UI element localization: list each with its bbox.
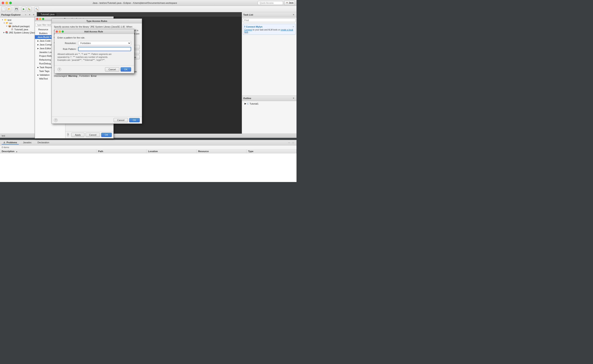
tab-label: Declaration: [38, 141, 49, 144]
debug-btn[interactable]: 🐛: [27, 7, 32, 11]
ta-footer-btns: Cancel OK: [114, 118, 140, 122]
props-min-btn[interactable]: [39, 18, 41, 20]
bottom-panel: ⚠ Problems Javadoc Declaration — □ 0 ite…: [0, 140, 297, 182]
nav-label: Resource: [38, 28, 48, 31]
tab-javadoc[interactable]: Javadoc: [21, 141, 33, 144]
resolution-select[interactable]: Forbidden Discouraged Accessible: [78, 41, 131, 45]
save-btn[interactable]: 💾: [14, 7, 19, 11]
col-location: Location: [146, 150, 196, 153]
cancel-btn[interactable]: Cancel: [86, 133, 100, 137]
item-count: 0 items: [2, 146, 9, 149]
new-btn[interactable]: 📄: [1, 7, 6, 11]
bottom-panel-header: ⚠ Problems Javadoc Declaration — □: [0, 140, 297, 145]
resolution-label: Resolution:: [58, 42, 76, 44]
add-rule-max[interactable]: [62, 31, 64, 32]
add-rule-body: Enter a pattern for the rule. Resolution…: [54, 34, 134, 65]
col-resource: Resource: [196, 150, 247, 153]
separator: , Forbidden:: [78, 75, 91, 77]
problems-table-header: Description ▲ Path Location Resource Typ…: [0, 150, 297, 153]
minimize-panel-btn[interactable]: —: [287, 141, 291, 144]
wildcards-desc: Allowed wildcards are '*', '?' and '**'.…: [58, 53, 131, 62]
add-rule-subtitle: Enter a pattern for the rule.: [58, 36, 131, 39]
maximize-panel-btn[interactable]: □: [292, 141, 295, 144]
pattern-row: Rule Pattern:: [58, 47, 131, 51]
window-title: Java - test/src/Tutorial1.java - Eclipse…: [12, 2, 258, 4]
java-perspective-btn[interactable]: ☕ Java: [284, 1, 295, 5]
add-rule-close[interactable]: [56, 31, 58, 32]
toolbar-sep-2: [20, 7, 20, 11]
build-btn[interactable]: 🔨: [34, 7, 39, 11]
nav-arrow: ▶: [38, 48, 39, 49]
toolbar-sep-3: [33, 7, 33, 11]
bottom-panel-controls: — □: [287, 141, 295, 144]
apply-btn[interactable]: Apply: [71, 133, 84, 137]
help-btn[interactable]: ?: [67, 133, 69, 136]
nav-arrow: ▶: [38, 44, 39, 46]
discouraged-value: Warning: [68, 75, 78, 77]
run-btn[interactable]: ▶: [21, 7, 26, 11]
col-type: Type: [246, 150, 297, 153]
nav-label: Validation: [39, 74, 50, 76]
nav-label: Java Editor: [39, 47, 51, 50]
ta-cancel-btn[interactable]: Cancel: [114, 118, 128, 122]
add-rule-dialog: Add Access Rule Enter a pattern for the …: [54, 29, 134, 73]
quick-access-box[interactable]: Quick Access: [258, 1, 283, 5]
type-access-titlebar: Type Access Rules: [52, 19, 142, 23]
toolbar-sep-1: [13, 7, 13, 11]
col-path: Path: [96, 150, 146, 153]
add-rule-ok-btn[interactable]: OK: [121, 67, 131, 72]
status-text: test: [2, 135, 5, 137]
quick-access-area: Quick Access ☕ Java: [258, 1, 295, 5]
problems-table-body: [0, 153, 297, 182]
close-button[interactable]: [2, 2, 4, 4]
pattern-label: Rule Pattern:: [58, 48, 76, 50]
col-label: Description: [2, 150, 14, 153]
forbidden-value: Error: [91, 75, 97, 77]
ta-help-btn[interactable]: ?: [54, 118, 58, 122]
props-close-btn[interactable]: [36, 18, 38, 20]
problems-count: 0 items: [0, 145, 297, 150]
ok-btn[interactable]: OK: [101, 133, 112, 137]
tab-label: Javadoc: [23, 141, 32, 144]
main-toolbar: 📄 📂 💾 ▶ 🐛 🔨: [0, 6, 297, 12]
nav-label: Builders: [39, 32, 48, 34]
add-rule-help-btn[interactable]: ?: [58, 68, 61, 71]
col-description: Description ▲: [0, 150, 96, 153]
add-rule-title: Add Access Rule: [84, 30, 103, 33]
nav-label: Task Tags: [39, 70, 49, 72]
tab-label: Problems: [7, 141, 17, 144]
ta-ok-btn[interactable]: OK: [129, 118, 140, 122]
problems-icon: ⚠: [3, 141, 5, 144]
resolution-row: Resolution: Forbidden Discouraged Access…: [58, 41, 131, 45]
nav-arrow: ▶: [38, 66, 39, 68]
props-max-btn[interactable]: [42, 18, 44, 20]
properties-winctrls[interactable]: [36, 18, 44, 20]
nav-label: WikiText: [39, 78, 48, 80]
tab-problems[interactable]: ⚠ Problems: [2, 141, 19, 144]
type-access-title: Type Access Rules: [86, 20, 107, 22]
sort-icon: ▲: [16, 151, 18, 153]
maximize-button[interactable]: [9, 2, 12, 4]
discouraged-label: Discouraged:: [54, 75, 68, 77]
open-btn[interactable]: 📂: [7, 7, 11, 11]
dialog-overlay: Properties for test Resource Builders: [0, 12, 297, 134]
minimize-button[interactable]: [6, 2, 8, 4]
severity-detail: Discouraged: Warning , Forbidden: Error: [54, 74, 140, 78]
nav-arrow: ▶: [38, 74, 39, 76]
type-access-footer: ? Cancel OK: [52, 117, 142, 124]
nav-arrow: ▶: [38, 40, 39, 42]
add-rule-cancel-btn[interactable]: Cancel: [105, 67, 119, 72]
window-controls[interactable]: [2, 2, 12, 4]
add-rule-winctrls[interactable]: [56, 31, 64, 32]
main-content: Package Explorer ≡ ▼ ✕ ▼ 📁 test ▼ 📂 src …: [0, 12, 297, 134]
properties-footer: ? Apply Cancel OK: [65, 131, 113, 138]
add-rule-titlebar: Add Access Rule: [54, 29, 134, 34]
add-rule-min[interactable]: [59, 31, 61, 32]
title-bar: Java - test/src/Tutorial1.java - Eclipse…: [0, 0, 297, 6]
tab-declaration[interactable]: Declaration: [36, 141, 51, 144]
rule-pattern-input[interactable]: [78, 47, 131, 51]
add-rule-footer: ? Cancel OK: [54, 65, 134, 73]
